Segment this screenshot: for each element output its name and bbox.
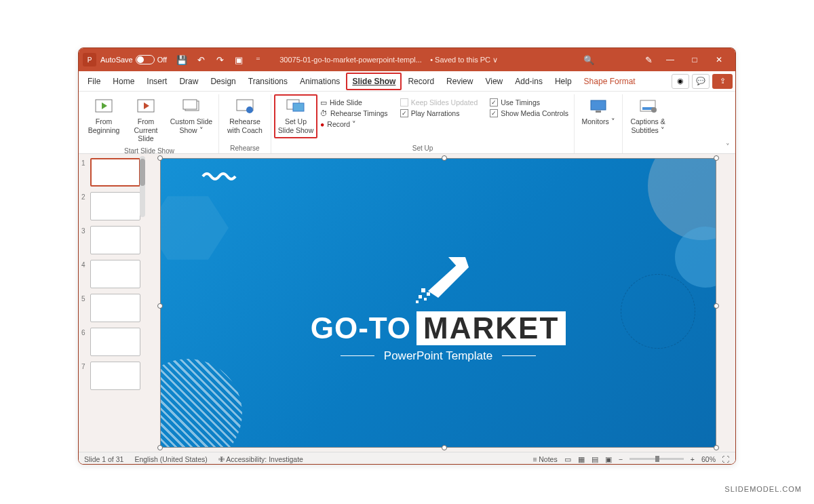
tab-help[interactable]: Help: [549, 73, 578, 90]
from-beginning-button[interactable]: From Beginning: [83, 94, 125, 138]
thumbnail-scrollbar[interactable]: [140, 156, 145, 217]
zoom-slider[interactable]: [629, 458, 684, 460]
selection-handle[interactable]: [714, 155, 719, 161]
close-button[interactable]: ✕: [707, 50, 731, 69]
captions-button[interactable]: Captions & Subtitles ˅: [625, 94, 670, 138]
play-narrations-check[interactable]: ✓Play Narrations: [398, 108, 481, 119]
setup-slideshow-button[interactable]: Set Up Slide Show: [274, 94, 317, 138]
thumbnail-7[interactable]: 7: [81, 362, 147, 390]
tab-slide-show[interactable]: Slide Show: [346, 73, 402, 90]
thumbnail-5[interactable]: 5: [81, 294, 147, 322]
overflow-icon[interactable]: ⁼: [250, 52, 266, 68]
view-reading-icon[interactable]: ▤: [592, 455, 598, 463]
tab-shape-format[interactable]: Shape Format: [578, 73, 642, 90]
menu-tabs: File Home Insert Draw Design Transitions…: [79, 71, 735, 92]
tab-animations[interactable]: Animations: [294, 73, 346, 90]
thumbnail-panel[interactable]: 1GO-TO MARKET 2 3 4 5 6 7: [79, 154, 148, 452]
slide[interactable]: GO-TO MARKET PowerPoint Template: [160, 158, 716, 448]
group-label: Rehearse: [230, 144, 259, 153]
slide-canvas[interactable]: GO-TO MARKET PowerPoint Template: [148, 154, 735, 452]
hide-slide-button[interactable]: ▭Hide Slide: [317, 97, 391, 108]
selection-handle[interactable]: [714, 445, 719, 450]
undo-icon[interactable]: ↶: [193, 52, 209, 68]
svg-point-7: [246, 106, 253, 113]
setup-icon: [286, 98, 305, 115]
thumbnail-3[interactable]: 3: [81, 226, 147, 254]
fit-window-icon[interactable]: ⛶: [722, 455, 730, 463]
save-icon[interactable]: 💾: [174, 52, 190, 68]
slide-content: GO-TO MARKET PowerPoint Template: [161, 159, 716, 447]
show-media-check[interactable]: ✓Show Media Controls: [487, 108, 571, 119]
tab-addins[interactable]: Add-ins: [509, 73, 549, 90]
view-sorter-icon[interactable]: ▦: [578, 455, 585, 463]
autosave-toggle[interactable]: AutoSave Off: [100, 55, 167, 64]
svg-rect-17: [421, 288, 425, 292]
selection-handle[interactable]: [714, 303, 719, 309]
accessibility-status[interactable]: ✙ Accessibility: Investigate: [218, 455, 303, 463]
redo-icon[interactable]: ↷: [212, 52, 228, 68]
ribbon: From Beginning From Current Slide Custom…: [79, 92, 735, 154]
selection-handle[interactable]: [157, 445, 163, 450]
selection-handle[interactable]: [442, 445, 447, 450]
thumbnail-4[interactable]: 4: [81, 260, 147, 288]
group-captions: Captions & Subtitles ˅: [623, 94, 673, 153]
view-slideshow-icon[interactable]: ▣: [605, 455, 612, 463]
selection-handle[interactable]: [157, 303, 163, 309]
zoom-value[interactable]: 60%: [701, 455, 716, 463]
editor-area: 1GO-TO MARKET 2 3 4 5 6 7: [79, 154, 735, 452]
maximize-button[interactable]: □: [682, 50, 707, 69]
comments-icon[interactable]: 💬: [692, 74, 710, 89]
keep-updated-check[interactable]: Keep Slides Updated: [398, 97, 481, 108]
tab-file[interactable]: File: [81, 73, 106, 90]
group-setup: Set Up Slide Show ▭Hide Slide ⏱Rehearse …: [271, 94, 575, 153]
coach-icon: [235, 98, 254, 115]
svg-rect-18: [427, 292, 430, 296]
checkbox-icon: ✓: [490, 109, 498, 117]
zoom-in-icon[interactable]: +: [691, 455, 695, 463]
view-normal-icon[interactable]: ▭: [564, 455, 571, 463]
selection-handle[interactable]: [442, 155, 447, 161]
tab-draw[interactable]: Draw: [173, 73, 204, 90]
draw-mode-icon[interactable]: ✎: [640, 52, 657, 68]
collapse-ribbon-icon[interactable]: ˅: [722, 140, 734, 153]
camera-icon[interactable]: ◉: [672, 74, 689, 89]
svg-rect-19: [419, 295, 422, 298]
language-status[interactable]: English (United States): [134, 455, 207, 463]
present-icon[interactable]: ▣: [231, 52, 247, 68]
tab-transitions[interactable]: Transitions: [242, 73, 294, 90]
minimize-button[interactable]: —: [658, 50, 682, 69]
svg-rect-9: [293, 103, 304, 111]
record-button[interactable]: ●Record ˅: [317, 119, 391, 130]
tab-review[interactable]: Review: [440, 73, 479, 90]
share-button[interactable]: ⇪: [712, 74, 733, 89]
from-current-button[interactable]: From Current Slide: [125, 94, 167, 147]
tab-view[interactable]: View: [479, 73, 509, 90]
monitors-button[interactable]: Monitors ˅: [577, 94, 619, 130]
checkbox-icon: ✓: [400, 109, 408, 117]
toggle-icon: [136, 55, 155, 64]
use-timings-check[interactable]: ✓Use Timings: [487, 97, 571, 108]
tab-home[interactable]: Home: [106, 73, 140, 90]
window-controls: — □ ✕: [658, 50, 731, 69]
svg-rect-10: [591, 100, 606, 110]
tab-design[interactable]: Design: [204, 73, 241, 90]
zoom-out-icon[interactable]: −: [619, 455, 623, 463]
tab-record[interactable]: Record: [402, 73, 440, 90]
title-part-a: GO-TO: [311, 311, 411, 345]
svg-rect-11: [596, 111, 601, 113]
selection-handle[interactable]: [157, 155, 163, 161]
thumbnail-6[interactable]: 6: [81, 328, 147, 356]
thumb-preview: [90, 362, 140, 390]
rehearse-coach-button[interactable]: Rehearse with Coach: [222, 94, 268, 138]
play-begin-icon: [94, 98, 113, 115]
rehearse-timings-button[interactable]: ⏱Rehearse Timings: [317, 108, 391, 119]
rocket-icon: [401, 244, 476, 305]
window-title: 30075-01-go-to-market-powerpoint-templ..…: [267, 56, 579, 64]
thumbnail-1[interactable]: 1GO-TO MARKET: [81, 158, 147, 187]
search-icon[interactable]: 🔍: [581, 52, 597, 68]
timings-icon: ⏱: [320, 109, 328, 117]
notes-button[interactable]: ≡ Notes: [532, 455, 557, 463]
tab-insert[interactable]: Insert: [140, 73, 173, 90]
thumbnail-2[interactable]: 2: [81, 192, 147, 220]
custom-slideshow-button[interactable]: Custom Slide Show ˅: [167, 94, 216, 138]
